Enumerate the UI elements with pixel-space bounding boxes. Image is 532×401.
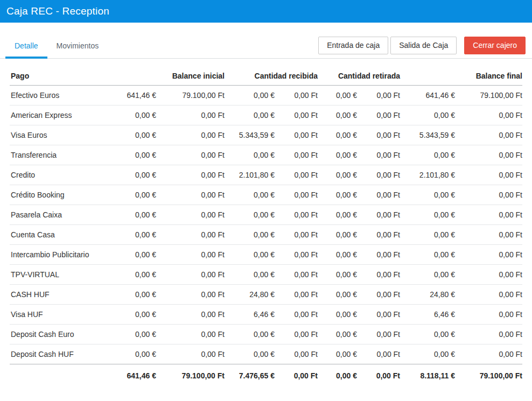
amount-cell: 0,00 Ft xyxy=(275,165,318,185)
amount-cell: 0,00 Ft xyxy=(357,265,400,285)
amount-cell: 0,00 Ft xyxy=(275,344,318,364)
amount-cell: 0,00 € xyxy=(123,225,156,245)
amount-cell: 0,00 € xyxy=(400,225,455,245)
salida-de-caja-button[interactable]: Salida de Caja xyxy=(390,37,457,54)
amount-cell: 0,00 € xyxy=(225,325,275,344)
tab-detalle[interactable]: Detalle xyxy=(5,37,47,59)
amount-cell: 0,00 Ft xyxy=(156,245,225,265)
payment-method-name: Visa Euros xyxy=(10,125,123,145)
column-header-pago: Pago xyxy=(10,66,123,86)
amount-cell: 0,00 € xyxy=(123,145,156,165)
table-row: Visa Euros0,00 €0,00 Ft5.343,59 €0,00 Ft… xyxy=(10,125,522,145)
amount-cell: 24,80 € xyxy=(400,285,455,305)
page-title: Caja REC - Reception xyxy=(6,5,109,17)
amount-cell: 0,00 € xyxy=(318,225,357,245)
amount-cell: 0,00 € xyxy=(225,344,275,364)
amount-cell: 0,00 Ft xyxy=(275,225,318,245)
amount-cell: 6,46 € xyxy=(225,305,275,325)
amount-cell: 0,00 Ft xyxy=(357,325,400,344)
amount-cell: 0,00 € xyxy=(123,105,156,125)
cash-register-table: Pago Balance inicial Cantidad recibida C… xyxy=(10,66,522,387)
amount-cell: 0,00 € xyxy=(318,145,357,165)
amount-cell: 0,00 € xyxy=(225,145,275,165)
payment-method-name: Deposit Cash Euro xyxy=(10,325,123,344)
table-row: Intercambio Publicitario0,00 €0,00 Ft0,0… xyxy=(10,245,522,265)
amount-cell: 0,00 Ft xyxy=(275,86,318,105)
amount-cell: 0,00 Ft xyxy=(275,185,318,205)
payment-method-name: Efectivo Euros xyxy=(10,86,123,105)
amount-cell: 2.101,80 € xyxy=(225,165,275,185)
amount-cell: 0,00 Ft xyxy=(357,165,400,185)
amount-cell: 0,00 Ft xyxy=(455,344,522,364)
amount-cell: 0,00 € xyxy=(225,105,275,125)
amount-cell: 0,00 Ft xyxy=(275,205,318,225)
payment-method-name: Crédito Booking xyxy=(10,185,123,205)
amount-cell: 0,00 € xyxy=(225,225,275,245)
payment-method-name: American Express xyxy=(10,105,123,125)
amount-cell: 0,00 € xyxy=(318,86,357,105)
total-amount-cell: 0,00 € xyxy=(318,364,357,388)
total-amount-cell: 79.100,00 Ft xyxy=(156,364,225,388)
table-row: Credito0,00 €0,00 Ft2.101,80 €0,00 Ft0,0… xyxy=(10,165,522,185)
amount-cell: 0,00 € xyxy=(225,205,275,225)
payment-method-name: Visa HUF xyxy=(10,305,123,325)
amount-cell: 0,00 Ft xyxy=(156,105,225,125)
amount-cell: 0,00 € xyxy=(225,86,275,105)
table-row: Pasarela Caixa0,00 €0,00 Ft0,00 €0,00 Ft… xyxy=(10,205,522,225)
total-amount-cell: 8.118,11 € xyxy=(400,364,455,388)
table-row: Deposit Cash Euro0,00 €0,00 Ft0,00 €0,00… xyxy=(10,325,522,344)
window-titlebar: Caja REC - Reception xyxy=(0,0,532,23)
amount-cell: 0,00 € xyxy=(318,185,357,205)
payment-method-name: Deposit Cash HUF xyxy=(10,344,123,364)
amount-cell: 0,00 € xyxy=(318,105,357,125)
amount-cell: 0,00 € xyxy=(400,205,455,225)
amount-cell: 0,00 € xyxy=(318,325,357,344)
amount-cell: 0,00 Ft xyxy=(455,205,522,225)
amount-cell: 0,00 Ft xyxy=(156,285,225,305)
amount-cell: 0,00 Ft xyxy=(357,205,400,225)
amount-cell: 0,00 € xyxy=(123,285,156,305)
total-amount-cell: 79.100,00 Ft xyxy=(455,364,522,388)
amount-cell: 0,00 € xyxy=(123,125,156,145)
totals-row-spacer xyxy=(10,364,123,388)
action-buttons: Entrada de caja Salida de Caja Cerrar ca… xyxy=(316,37,526,58)
table-row: Efectivo Euros641,46 €79.100,00 Ft0,00 €… xyxy=(10,86,522,105)
amount-cell: 0,00 Ft xyxy=(275,145,318,165)
cerrar-cajero-button[interactable]: Cerrar cajero xyxy=(464,37,526,54)
amount-cell: 0,00 € xyxy=(318,265,357,285)
amount-cell: 0,00 Ft xyxy=(357,185,400,205)
table-row: Visa HUF0,00 €0,00 Ft6,46 €0,00 Ft0,00 €… xyxy=(10,305,522,325)
amount-cell: 0,00 Ft xyxy=(156,225,225,245)
amount-cell: 0,00 € xyxy=(318,285,357,305)
amount-cell: 0,00 € xyxy=(400,185,455,205)
amount-cell: 2.101,80 € xyxy=(400,165,455,185)
payment-method-name: TPV-VIRTUAL xyxy=(10,265,123,285)
amount-cell: 641,46 € xyxy=(123,86,156,105)
amount-cell: 0,00 Ft xyxy=(357,145,400,165)
amount-cell: 0,00 € xyxy=(123,344,156,364)
payment-method-name: Cuenta Casa xyxy=(10,225,123,245)
table-row: TPV-VIRTUAL0,00 €0,00 Ft0,00 €0,00 Ft0,0… xyxy=(10,265,522,285)
column-header-cantidad-recibida: Cantidad recibida xyxy=(225,66,318,86)
amount-cell: 0,00 Ft xyxy=(156,185,225,205)
amount-cell: 0,00 Ft xyxy=(455,225,522,245)
amount-cell: 0,00 Ft xyxy=(357,285,400,305)
amount-cell: 79.100,00 Ft xyxy=(156,86,225,105)
amount-cell: 0,00 € xyxy=(400,265,455,285)
amount-cell: 0,00 € xyxy=(318,165,357,185)
amount-cell: 0,00 Ft xyxy=(156,305,225,325)
amount-cell: 0,00 Ft xyxy=(357,344,400,364)
tab-movimientos[interactable]: Movimientos xyxy=(47,37,108,59)
amount-cell: 0,00 € xyxy=(318,344,357,364)
amount-cell: 0,00 Ft xyxy=(455,285,522,305)
amount-cell: 0,00 Ft xyxy=(275,265,318,285)
amount-cell: 0,00 Ft xyxy=(156,125,225,145)
amount-cell: 0,00 Ft xyxy=(275,125,318,145)
amount-cell: 0,00 € xyxy=(225,185,275,205)
payment-method-name: Transferencia xyxy=(10,145,123,165)
payment-method-name: Intercambio Publicitario xyxy=(10,245,123,265)
amount-cell: 0,00 € xyxy=(400,105,455,125)
entrada-de-caja-button[interactable]: Entrada de caja xyxy=(318,37,388,54)
amount-cell: 79.100,00 Ft xyxy=(455,86,522,105)
amount-cell: 0,00 Ft xyxy=(156,165,225,185)
